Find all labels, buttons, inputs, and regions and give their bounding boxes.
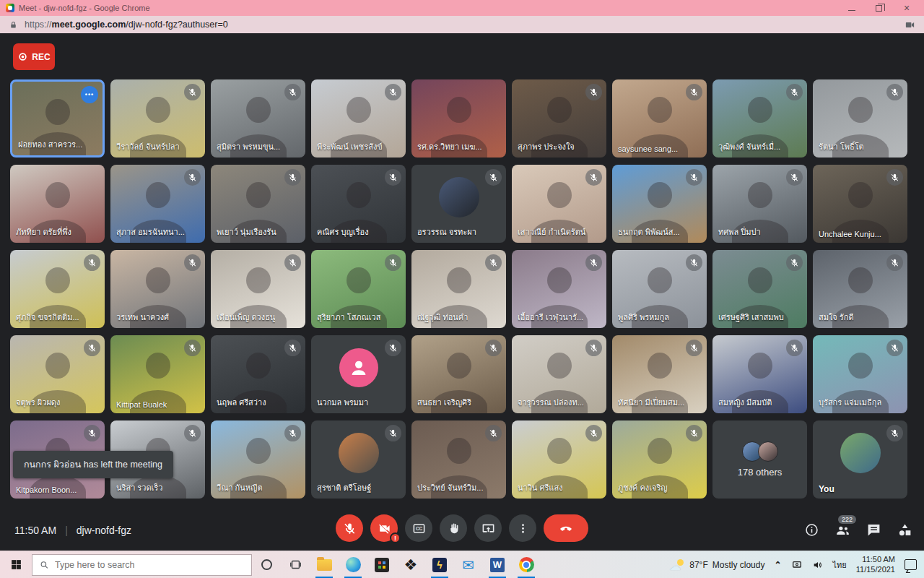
mic-muted-icon [686,84,702,100]
cortana-button[interactable] [252,551,281,578]
participant-tile[interactable]: สมหญิง มีสมบัติ [712,335,807,413]
search-input[interactable] [55,560,244,570]
participant-tile[interactable]: นฤพล ศรีสว่าง [211,335,305,413]
participant-tile[interactable]: สุรชาติ ตรีโอษฐ์ [311,420,406,499]
participant-tile[interactable]: เสาวณีย์ กำเนิดรัตน์ [512,165,606,243]
meet-stage: REC •••ฝอยทอง สาครวร...วีราวัลย์ จันทร์ป… [0,33,924,551]
participant-tile[interactable]: สมใจ รักดี [813,250,907,328]
participant-tile[interactable]: •••ฝอยทอง สาครวร... [10,79,105,158]
lightning-app-taskbar-button[interactable] [425,551,454,578]
minimize-button[interactable] [848,6,855,11]
mic-muted-icon [84,425,100,441]
language-indicator[interactable]: ไทย [833,558,847,571]
participant-count-badge: 222 [838,515,856,524]
participant-tile[interactable]: อรวรรณ จรทะผา [411,165,506,243]
participant-tile[interactable]: สุริยาภา โสภณเวส [311,250,406,328]
participant-tile[interactable]: วีราวัลย์ จันทร์ปลา [110,79,205,158]
file-explorer-taskbar-button[interactable] [310,551,339,578]
participant-tile-you[interactable]: You [813,420,907,499]
participant-tile[interactable]: saysunee sang... [612,79,707,158]
mic-muted-icon [585,340,602,356]
camera-toggle[interactable]: ! [370,514,398,542]
captions-button[interactable]: CC [405,514,432,542]
participant-tile-others[interactable]: 178 others [712,420,807,499]
edge-taskbar-button[interactable] [339,551,367,578]
participant-tile[interactable]: รัตนา โพธิ์โต [813,79,907,158]
participant-tile[interactable]: ณัฐวุฒิ ท่อนคำ [411,250,506,328]
participant-tile[interactable]: จารุวรรณ ปล่องท... [512,335,606,413]
participant-tile[interactable]: พูลศิริ พรหมกูล [612,250,707,328]
participant-tile[interactable]: วีณา กันหญีต [211,420,305,499]
cortana-icon [261,559,272,570]
participant-tile[interactable]: วรเทพ นาควงศ์ [110,250,205,328]
participant-tile[interactable]: นวกมล พรมมา [311,335,406,413]
tray-time: 11:50 AM [856,555,895,564]
tile-options-button[interactable]: ••• [81,86,98,103]
participant-tile[interactable]: จตุพร ผิวผดุง [10,335,105,413]
store-taskbar-button[interactable] [367,551,396,578]
meeting-code[interactable]: djw-nofd-fgz [77,525,131,536]
participant-tile[interactable]: บุรัสกร แจ่มเมธีกุล [813,335,907,413]
participant-tile[interactable]: ภูชงค์ คงเจริญ [612,420,707,499]
participant-tile[interactable]: เดือนเพ็ญ ดวงธนู [211,250,305,328]
mic-muted-icon [585,169,602,186]
participant-tile[interactable]: Unchalee Kunju... [813,165,907,243]
participant-tile[interactable]: ทัศนียา มีเปี่ยมสม... [612,335,707,413]
participant-tile[interactable]: สุภาพร ประจงใจ [512,79,606,158]
participant-tile[interactable]: พเยาว์ นุ่มเรืองรัน [211,165,305,243]
url-bar[interactable]: https://meet.google.com/djw-nofd-fgz?aut… [0,16,924,33]
start-button[interactable] [0,551,32,578]
mic-muted-icon [786,340,803,356]
participant-name: You [819,484,834,494]
participant-tile[interactable]: ประวิทย์ จันทร์วิม... [411,420,506,499]
participant-tile[interactable]: พีระพัฒน์ เพชรสังข์ [311,79,406,158]
chat-button[interactable] [866,522,881,538]
tray-clock[interactable]: 11:50 AM 11/15/2021 [856,555,895,574]
weather-widget[interactable]: 87°F Mostly cloudy [669,559,764,571]
hidden-app-icon[interactable] [791,559,803,571]
action-center-button[interactable] [905,559,917,570]
participant-name: Kittipat Bualek [116,400,167,409]
word-taskbar-button[interactable] [483,551,512,578]
mic-muted-icon [84,340,100,356]
participant-tile[interactable]: เศรษฐศิริ เสาสมพบ [712,250,807,328]
microphone-toggle[interactable] [336,514,363,542]
warning-badge: ! [390,532,401,543]
file-explorer-icon [317,559,332,571]
participant-tile[interactable]: วุฒิพงศ์ จันทร์เมื่... [712,79,807,158]
participant-tile[interactable]: สนธยา เจริญศิริ [411,335,506,413]
svg-text:CC: CC [415,526,422,531]
avatar [339,348,378,387]
participant-tile[interactable]: สุมิตรา พรหมขุน... [211,79,305,158]
camera-allowed-icon[interactable] [905,20,915,30]
participants-button[interactable]: 222 [835,522,850,538]
dropbox-taskbar-button[interactable] [396,551,425,578]
meeting-details-button[interactable] [804,522,819,538]
task-view-button[interactable] [281,551,310,578]
participant-tile[interactable]: สุภาส อมรฉันทนา... [110,165,205,243]
participant-tile[interactable]: Kittipat Bualek [110,335,205,413]
participant-tile[interactable]: ศุภกิจ ขจรกิตติม... [10,250,105,328]
present-button[interactable] [474,514,502,542]
participant-tile[interactable]: ทศพล ปิ่มปา [712,165,807,243]
end-call-button[interactable] [544,514,588,542]
participant-tile[interactable]: เอื้ออารี เวฬุวนารั... [512,250,606,328]
chrome-taskbar-button[interactable] [512,551,541,578]
volume-icon[interactable] [812,559,824,571]
taskbar-search[interactable] [32,554,252,576]
mail-taskbar-button[interactable] [454,551,483,578]
restore-button[interactable] [876,5,882,12]
participant-tile[interactable]: นาวิน ศรีแสง [512,420,606,499]
participant-tile[interactable]: ภัททิยา ดรัยที่พึ่ง [10,165,105,243]
close-button[interactable]: × [902,4,911,12]
activities-button[interactable] [897,522,912,538]
participant-name: ทัศนียา มีเปี่ยมสม... [618,396,684,409]
participant-tile[interactable]: ธนกฤต พิพัฒน์ส... [612,165,707,243]
more-icon [516,522,530,535]
raise-hand-button[interactable] [440,514,467,542]
mic-muted-icon [485,254,502,271]
participant-tile[interactable]: คณิศร บุญเรื่อง [311,165,406,243]
more-options-button[interactable] [509,514,536,542]
participant-tile[interactable]: รศ.ดร.วิทยา เมฆ... [411,79,506,158]
show-hidden-icons-button[interactable]: ⌃ [774,560,781,570]
